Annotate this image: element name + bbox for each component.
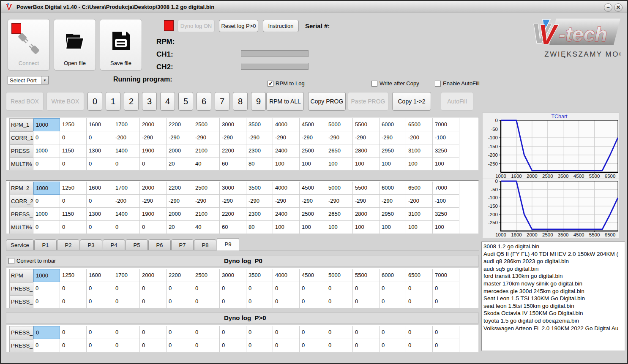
- table-cell[interactable]: 1900: [140, 144, 167, 158]
- table-cell[interactable]: 2500: [193, 118, 220, 131]
- table-cell[interactable]: 0: [33, 195, 60, 208]
- table-cell[interactable]: 0: [406, 295, 433, 308]
- table-cell[interactable]: 0: [273, 326, 300, 339]
- table-cell[interactable]: -290: [220, 195, 246, 208]
- table-cell[interactable]: 60: [220, 158, 246, 171]
- convert-to-mbar-checkbox[interactable]: Convert to mbar: [8, 258, 56, 264]
- paste-prog-button[interactable]: Paste PROG: [348, 92, 388, 111]
- table-cell[interactable]: 60: [220, 221, 246, 234]
- program-7-button[interactable]: 7: [215, 92, 229, 111]
- tab-p6[interactable]: P6: [148, 239, 171, 250]
- table-cell[interactable]: 0: [33, 131, 60, 144]
- reset-log-button[interactable]: Reset log P>0: [219, 20, 258, 32]
- file-list-item[interactable]: Seat Leon 1.5 TSI 130KM Go Digital.bin: [483, 295, 623, 302]
- table-cell[interactable]: 5000: [326, 269, 353, 282]
- table-cell[interactable]: 5500: [353, 269, 380, 282]
- table-cell[interactable]: 0: [140, 221, 167, 234]
- table-cell[interactable]: -290: [140, 195, 167, 208]
- table-cell[interactable]: 1250: [60, 269, 87, 282]
- table-cell[interactable]: 5000: [326, 118, 353, 131]
- table-cell[interactable]: 100: [273, 221, 300, 234]
- table-cell[interactable]: 0: [326, 282, 353, 295]
- table-cell[interactable]: 2950: [380, 208, 406, 221]
- table-cell[interactable]: 0: [246, 295, 273, 308]
- table-cell[interactable]: 0: [87, 221, 113, 234]
- table-cell[interactable]: 100: [273, 158, 300, 171]
- table-cell[interactable]: 1000: [33, 118, 60, 131]
- autofill-button[interactable]: AutoFill: [441, 92, 473, 111]
- table-cell[interactable]: 100: [380, 221, 406, 234]
- table-cell[interactable]: 0: [380, 295, 406, 308]
- table-cell[interactable]: -290: [167, 195, 193, 208]
- table-cell[interactable]: -290: [273, 131, 300, 144]
- table-cell[interactable]: 7000: [433, 118, 459, 131]
- table-cell[interactable]: 20: [167, 158, 193, 171]
- file-list-item[interactable]: audi q8 286km 2023 go digital.bin: [483, 258, 623, 265]
- table-cell[interactable]: 2300: [246, 144, 273, 158]
- dyno-log-on-button[interactable]: Dyno log ON: [177, 20, 215, 32]
- table-cell[interactable]: 0: [380, 282, 406, 295]
- table-cell[interactable]: 0: [60, 339, 87, 352]
- table-cell[interactable]: 2800: [353, 208, 380, 221]
- tab-service[interactable]: Service: [6, 239, 34, 250]
- table-cell[interactable]: 1150: [60, 144, 87, 158]
- table-cell[interactable]: 80: [246, 221, 273, 234]
- table-cell[interactable]: 3100: [406, 208, 433, 221]
- table-cell[interactable]: 2500: [193, 269, 220, 282]
- table-cell[interactable]: 1250: [60, 182, 87, 195]
- select-port-dropdown[interactable]: Select Port ▼: [8, 76, 49, 84]
- table-cell[interactable]: 100: [433, 158, 459, 171]
- tab-p5[interactable]: P5: [126, 239, 148, 250]
- tab-p7[interactable]: P7: [171, 239, 194, 250]
- table-cell[interactable]: 6000: [380, 118, 406, 131]
- table-cell[interactable]: 1900: [140, 208, 167, 221]
- table-cell[interactable]: 1000: [33, 144, 60, 158]
- tab-p1[interactable]: P1: [34, 239, 57, 250]
- table-cell[interactable]: 100: [326, 221, 353, 234]
- write-box-button[interactable]: Write BOX: [46, 92, 84, 111]
- program-3-button[interactable]: 3: [142, 92, 157, 111]
- table-cell[interactable]: 0: [87, 326, 113, 339]
- table-cell[interactable]: 2950: [380, 144, 406, 158]
- table-cell[interactable]: 0: [353, 326, 380, 339]
- table-cell[interactable]: 0: [220, 282, 246, 295]
- table-cell[interactable]: 2000: [167, 144, 193, 158]
- table-cell[interactable]: 1700: [113, 269, 140, 282]
- table-cell[interactable]: 0: [406, 282, 433, 295]
- table-cell[interactable]: 5500: [353, 182, 380, 195]
- table-cell[interactable]: 6000: [380, 182, 406, 195]
- table-cell[interactable]: 0: [273, 295, 300, 308]
- file-list-item[interactable]: ford transit 130km go digital.bin: [483, 272, 623, 280]
- table-cell[interactable]: -290: [220, 131, 246, 144]
- table-cell[interactable]: 2300: [246, 208, 273, 221]
- table-cell[interactable]: -200: [406, 131, 433, 144]
- table-cell[interactable]: 6000: [380, 269, 406, 282]
- table-cell[interactable]: 0: [140, 158, 167, 171]
- table-cell[interactable]: -290: [167, 131, 193, 144]
- table-cell[interactable]: 4500: [300, 269, 326, 282]
- minimize-button[interactable]: −: [604, 3, 612, 12]
- table-cell[interactable]: 100: [353, 158, 380, 171]
- table-cell[interactable]: 0: [433, 326, 459, 339]
- table-cell[interactable]: 2500: [193, 182, 220, 195]
- table-cell[interactable]: 2200: [167, 182, 193, 195]
- table-cell[interactable]: 100: [300, 158, 326, 171]
- table-cell[interactable]: 6500: [406, 118, 433, 131]
- table-cell[interactable]: 0: [167, 339, 193, 352]
- table-cell[interactable]: 0: [87, 295, 113, 308]
- table-cell[interactable]: 0: [193, 326, 220, 339]
- rpm-to-all-button[interactable]: RPM to ALL: [266, 92, 304, 111]
- table-cell[interactable]: 20: [167, 221, 193, 234]
- table-cell[interactable]: 100: [406, 221, 433, 234]
- table-cell[interactable]: 3500: [246, 182, 273, 195]
- table-cell[interactable]: -290: [300, 195, 326, 208]
- table-cell[interactable]: 0: [87, 339, 113, 352]
- table-cell[interactable]: 0: [33, 282, 60, 295]
- table-cell[interactable]: 7000: [433, 269, 459, 282]
- table-cell[interactable]: 100: [380, 158, 406, 171]
- table-cell[interactable]: -290: [140, 131, 167, 144]
- table-cell[interactable]: 0: [87, 195, 113, 208]
- table-cell[interactable]: 0: [60, 195, 87, 208]
- file-list-item[interactable]: Audi Q5 II (FY FL) 40 TDI MHEV 2.0 150kW…: [483, 250, 623, 258]
- table-cell[interactable]: 0: [140, 339, 167, 352]
